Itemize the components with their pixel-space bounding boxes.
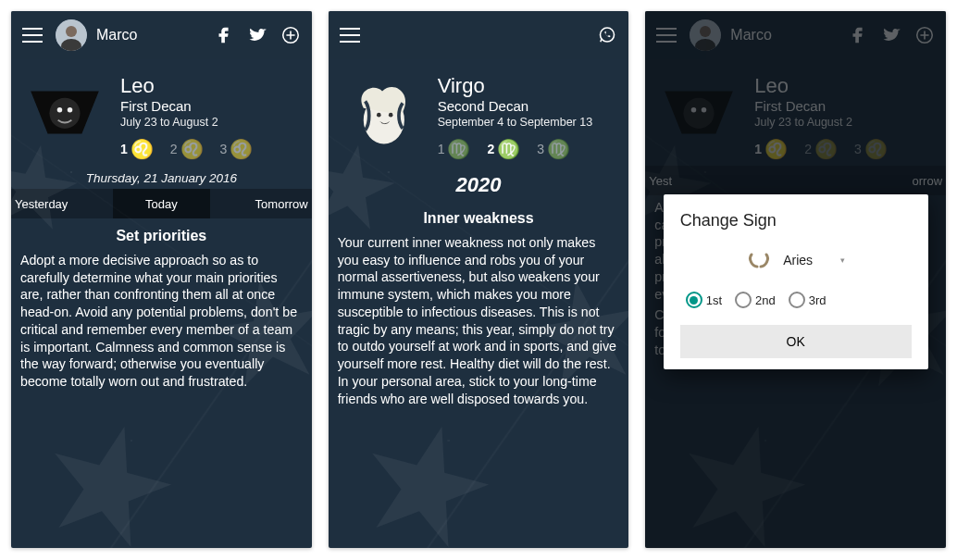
sign-range: July 23 to August 2 <box>120 116 301 129</box>
svg-point-10 <box>377 113 381 118</box>
sign-header: Virgo Second Decan September 4 to Septem… <box>329 59 629 166</box>
svg-point-7 <box>68 107 73 113</box>
sign-name: Leo <box>120 74 301 98</box>
decan-3[interactable]: 3♌ <box>220 138 254 160</box>
change-sign-dialog: Change Sign Aries ▾ 1st 2nd 3rd OK <box>664 194 928 369</box>
svg-point-1 <box>66 26 77 37</box>
decan-2[interactable]: 2♌ <box>170 138 204 160</box>
decan-2[interactable]: 2♍ <box>487 138 520 160</box>
radio-2nd[interactable]: 2nd <box>735 292 776 308</box>
horoscope-title: Set priorities <box>20 228 303 244</box>
menu-icon[interactable] <box>22 28 43 43</box>
sign-dropdown[interactable]: Aries ▾ <box>680 251 912 269</box>
twitter-icon[interactable] <box>247 25 267 45</box>
date: Thursday, 21 January 2016 <box>11 171 312 185</box>
virgo-icon <box>340 74 425 159</box>
sign-name: Virgo <box>438 74 618 98</box>
svg-point-8 <box>601 28 615 42</box>
decan-radio-group: 1st 2nd 3rd <box>680 292 912 308</box>
screen-virgo-yearly: ★★★ Virgo Second Decan September 4 to Se… <box>329 11 629 548</box>
radio-3rd[interactable]: 3rd <box>789 292 826 308</box>
year: 2020 <box>329 173 629 197</box>
screen-leo-daily: ★★★ Marco Leo First Decan July 23 to Aug… <box>11 11 312 548</box>
sign-decan: Second Decan <box>438 98 618 114</box>
svg-point-6 <box>57 107 63 113</box>
caret-icon: ▾ <box>840 255 845 265</box>
decan-selector: 1♍ 2♍ 3♍ <box>438 138 618 160</box>
svg-point-11 <box>389 113 393 118</box>
tab-today[interactable]: Today <box>113 189 211 218</box>
decan-1[interactable]: 1♍ <box>438 138 471 160</box>
decan-3[interactable]: 3♍ <box>537 138 570 160</box>
dialog-title: Change Sign <box>680 211 912 230</box>
svg-point-5 <box>49 98 80 129</box>
whatsapp-icon[interactable] <box>597 25 617 45</box>
sign-decan: First Decan <box>120 98 301 114</box>
sign-header: Leo First Decan July 23 to August 2 1♌ 2… <box>11 59 312 166</box>
decan-1[interactable]: 1♌ <box>120 138 154 160</box>
sign-range: September 4 to September 13 <box>438 116 618 129</box>
username: Marco <box>96 27 137 44</box>
facebook-icon[interactable] <box>214 25 234 45</box>
horoscope-title: Inner weakness <box>338 210 620 227</box>
aries-icon <box>746 251 772 269</box>
horoscope-text: Your current inner weakness not only mak… <box>338 234 620 407</box>
add-icon[interactable] <box>280 25 301 45</box>
topbar: Marco <box>11 11 312 59</box>
topbar <box>329 11 629 59</box>
ok-button[interactable]: OK <box>680 325 912 358</box>
selected-sign: Aries <box>783 253 813 268</box>
screen-change-sign-dialog: ★★★ Marco Leo First Decan July 23 to Aug… <box>645 11 946 548</box>
dialog-scrim[interactable]: Change Sign Aries ▾ 1st 2nd 3rd OK <box>645 11 946 548</box>
tab-yesterday[interactable]: Yesterday <box>11 189 113 218</box>
decan-selector: 1♌ 2♌ 3♌ <box>120 138 301 160</box>
leo-icon <box>22 74 107 159</box>
menu-icon[interactable] <box>340 28 360 43</box>
tab-tomorrow[interactable]: Tomorrow <box>210 189 312 218</box>
horoscope-text: Adopt a more decisive approach so as to … <box>20 252 303 391</box>
day-tabs: Yesterday Today Tomorrow <box>11 189 312 218</box>
avatar[interactable] <box>56 19 87 51</box>
radio-1st[interactable]: 1st <box>686 292 722 308</box>
